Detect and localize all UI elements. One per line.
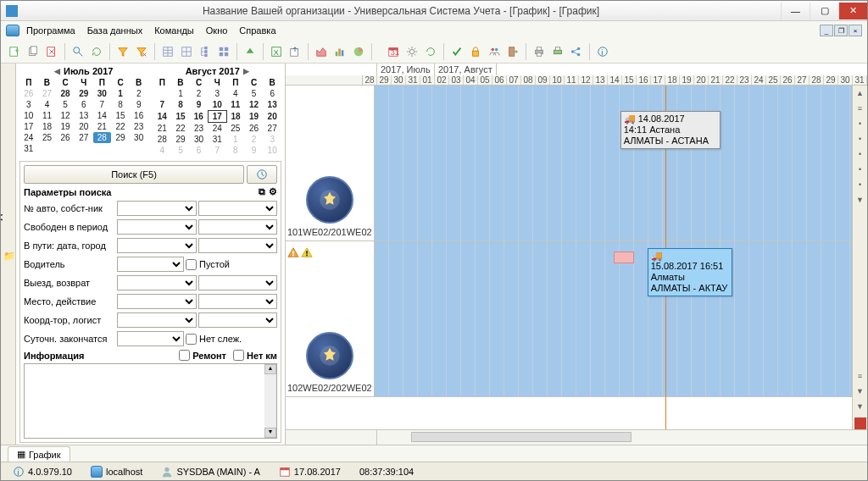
cal-title-july: Июль 2017 — [64, 66, 113, 76]
info-textarea[interactable]: ▲▼ — [24, 363, 277, 439]
tool-refresh[interactable] — [88, 43, 105, 60]
side-dn3[interactable]: ▼ — [854, 402, 866, 414]
gear-icon[interactable]: ⚙ — [269, 186, 277, 197]
cal-prev[interactable]: ◀ — [54, 67, 60, 75]
lbl-free: Свободен в период — [24, 222, 115, 232]
clock-button[interactable] — [247, 165, 277, 184]
route-date-combo[interactable] — [117, 238, 197, 253]
menu-help[interactable]: Справка — [234, 24, 281, 37]
tool-users[interactable] — [486, 43, 503, 60]
copy-icon[interactable]: ⧉ — [259, 186, 265, 197]
dep-combo[interactable] — [117, 275, 197, 290]
menu-database[interactable]: База данных — [82, 24, 148, 37]
info-scrollbar[interactable]: ▲▼ — [264, 364, 276, 438]
menu-window[interactable]: Окно — [201, 24, 233, 37]
place-combo[interactable] — [117, 294, 197, 309]
logist-combo[interactable] — [198, 312, 278, 328]
chk-repair[interactable]: Ремонт — [179, 350, 226, 361]
side-up[interactable]: ▲ — [854, 89, 866, 101]
tool-grid1[interactable] — [159, 43, 176, 60]
route-city-combo[interactable] — [198, 238, 278, 253]
search-button[interactable]: Поиск (F5) — [24, 165, 244, 184]
side-z3[interactable]: • — [854, 150, 866, 162]
svg-rect-15 — [225, 52, 228, 55]
side-dn2[interactable]: ▼ — [854, 387, 866, 399]
tool-check[interactable] — [448, 43, 465, 60]
tool-print[interactable] — [531, 43, 548, 60]
action-combo[interactable] — [198, 294, 278, 309]
tool-export[interactable] — [287, 43, 303, 60]
menu-commands[interactable]: Команды — [149, 24, 199, 37]
tool-copy[interactable] — [25, 43, 42, 60]
tool-settings[interactable] — [403, 43, 420, 60]
free-to-combo[interactable] — [198, 219, 278, 235]
tool-refresh2[interactable] — [422, 43, 439, 60]
side-dn1[interactable]: ≡ — [854, 372, 866, 384]
svg-rect-35 — [555, 47, 559, 50]
event-strip-red[interactable] — [614, 252, 634, 263]
mdi-restore[interactable]: ❐ — [834, 25, 848, 36]
chk-notrack[interactable]: Нет слеж. — [186, 334, 277, 345]
side-z1[interactable]: • — [854, 119, 866, 131]
tool-print2[interactable] — [549, 43, 566, 60]
free-from-combo[interactable] — [117, 219, 197, 235]
tool-new[interactable]: + — [6, 43, 23, 60]
side-z5[interactable]: • — [854, 180, 866, 192]
close-button[interactable]: ✕ — [838, 3, 867, 19]
tool-search[interactable] — [70, 43, 86, 60]
tool-tree[interactable] — [197, 43, 214, 60]
tool-up[interactable] — [242, 43, 259, 60]
tool-calendar[interactable]: 31 — [385, 43, 402, 60]
cal-next[interactable]: ▶ — [243, 67, 249, 75]
user-menu-tab[interactable]: 📁 Меню пользователя — [1, 64, 16, 445]
tool-lock[interactable] — [467, 43, 484, 60]
daily-combo[interactable] — [117, 331, 184, 346]
tool-door[interactable] — [504, 43, 521, 60]
chk-nokm[interactable]: Нет км — [233, 350, 277, 361]
calendar-panel: ◀Июль 2017 ПВСЧПСВ2627282930123456789101… — [16, 64, 285, 159]
gantt-hscroll[interactable] — [286, 429, 867, 445]
lbl-route: В пути: дата, город — [24, 240, 115, 251]
tool-info[interactable]: i — [594, 43, 611, 60]
side-down[interactable]: ▼ — [854, 196, 866, 207]
driver-combo[interactable] — [117, 257, 184, 272]
tool-chart1[interactable] — [313, 43, 330, 60]
tool-excel[interactable]: X — [268, 43, 285, 60]
minimize-button[interactable]: — — [781, 3, 810, 19]
side-z2[interactable]: • — [854, 135, 866, 147]
svg-text:X: X — [274, 47, 280, 56]
tool-filter[interactable] — [114, 43, 131, 60]
maximize-button[interactable]: ▢ — [810, 3, 838, 19]
tool-delete[interactable] — [43, 43, 60, 60]
tool-grid2[interactable] — [178, 43, 195, 60]
mdi-close[interactable]: × — [849, 25, 862, 36]
svg-rect-14 — [220, 52, 223, 55]
tab-grafik[interactable]: ▦График — [8, 446, 70, 462]
svg-rect-18 — [291, 48, 298, 56]
tool-filter-clear[interactable] — [133, 43, 150, 60]
tool-cards[interactable] — [215, 43, 232, 60]
tool-pie[interactable] — [350, 43, 367, 60]
left-panel: ◀Июль 2017 ПВСЧПСВ2627282930123456789101… — [16, 64, 286, 445]
event-1[interactable]: 🚚 14.08.2017 14:11 Астана АЛМАТЫ - АСТАН… — [620, 111, 721, 149]
auto-combo[interactable] — [117, 201, 197, 216]
calendar-july[interactable]: ◀Июль 2017 ПВСЧПСВ2627282930123456789101… — [19, 65, 148, 156]
side-z4[interactable]: • — [854, 165, 866, 177]
coord-combo[interactable] — [117, 312, 197, 328]
tool-chart2[interactable] — [331, 43, 348, 60]
svg-text:+: + — [14, 46, 19, 55]
menu-program[interactable]: Программа — [21, 24, 81, 37]
side-dbl[interactable]: ≡ — [854, 104, 866, 116]
svg-rect-34 — [554, 50, 562, 53]
lbl-driver: Водитель — [24, 259, 115, 269]
hscroll-thumb[interactable] — [411, 432, 632, 442]
event-2[interactable]: 🚚 15.08.2017 16:51 Алматы АЛМАТЫ - АКТАУ — [648, 248, 732, 296]
chk-empty[interactable]: Пустой — [186, 259, 277, 270]
svg-rect-27 — [473, 51, 479, 56]
side-stop[interactable] — [854, 417, 866, 429]
owner-combo[interactable] — [198, 201, 278, 216]
calendar-august[interactable]: Август 2017▶ ПВСЧПСВ12345678910111213141… — [153, 65, 282, 156]
tool-share[interactable] — [568, 43, 585, 60]
ret-combo[interactable] — [198, 275, 278, 290]
mdi-minimize[interactable]: _ — [820, 25, 833, 36]
